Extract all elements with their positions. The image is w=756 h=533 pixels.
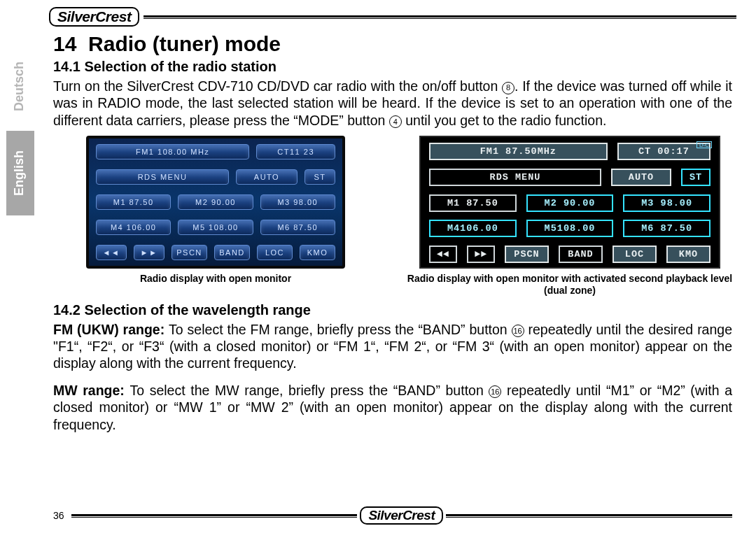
r1-next-icon: ►► (134, 245, 164, 260)
r1-prev-icon: ◄◄ (96, 245, 127, 260)
radio-display-2: D-C FM1 87.50MHz CT 00:17 RDS MENU AUTO … (419, 136, 720, 269)
figures-row: FM1 108.00 MHz CT11 23 RDS MENU AUTO ST … (49, 136, 736, 297)
r2-auto: AUTO (611, 169, 671, 186)
r2-m1: M1 87.50 (429, 194, 517, 212)
ref-button-4-icon: 4 (389, 115, 402, 128)
r1-m3: M3 98.00 (260, 194, 335, 210)
r1-m1: M1 87.50 (96, 194, 171, 210)
r2-prev-icon: ◄◄ (429, 246, 457, 263)
brand-logo: SilverCrest (49, 7, 139, 27)
r1-pscn: PSCN (172, 245, 207, 260)
r1-freq: FM1 108.00 MHz (96, 144, 249, 159)
lang-tab-english[interactable]: English (6, 131, 34, 215)
r2-st: ST (681, 169, 710, 186)
paragraph-fm-range: FM (UKW) range: To select the FM range, … (53, 321, 732, 372)
page-footer: 36 SilverCrest (53, 506, 732, 525)
lang-tab-deutsch[interactable]: Deutsch (6, 42, 34, 131)
r1-loc: LOC (257, 245, 293, 260)
r2-m4: M4106.00 (429, 220, 517, 237)
footer-brand-logo: SilverCrest (360, 506, 443, 525)
r1-kmo: KMO (300, 245, 335, 260)
section-heading: 14 Radio (tuner) mode (53, 32, 736, 56)
page-number: 36 (53, 510, 64, 521)
r2-m6: M6 87.50 (623, 220, 710, 237)
r1-m4: M4 106.00 (96, 220, 171, 235)
caption-2: Radio display with open monitor with act… (403, 273, 736, 297)
r1-ct: CT11 23 (256, 144, 335, 159)
ref-button-16-icon: 16 (512, 325, 524, 337)
r2-loc: LOC (612, 246, 657, 263)
paragraph-mw-range: MW range: To select the MW range, briefl… (53, 382, 732, 433)
r1-m6: M6 87.50 (260, 220, 335, 235)
r2-m2: M2 90.00 (526, 194, 614, 212)
r2-next-icon: ►► (467, 246, 495, 263)
header-rule: SilverCrest (49, 7, 736, 27)
radio-display-1: FM1 108.00 MHz CT11 23 RDS MENU AUTO ST … (86, 136, 345, 269)
r2-band: BAND (559, 246, 603, 263)
r1-auto: AUTO (236, 169, 298, 185)
dual-zone-indicator-icon: D-C (696, 141, 712, 148)
r2-freq: FM1 87.50MHz (429, 143, 608, 160)
r1-rds: RDS MENU (96, 169, 229, 185)
caption-1: Radio display with open monitor (49, 273, 382, 285)
r1-m2: M2 90.00 (178, 194, 253, 210)
r2-m3: M3 98.00 (623, 194, 710, 212)
r1-st: ST (304, 169, 335, 185)
r2-m5: M5108.00 (526, 220, 614, 237)
r2-kmo: KMO (666, 246, 710, 263)
paragraph-14-1: Turn on the SilverCrest CDV-710 CD/DVD c… (53, 78, 732, 129)
ref-button-8-icon: 8 (502, 82, 514, 94)
r2-pscn: PSCN (505, 246, 549, 263)
r2-rds: RDS MENU (429, 169, 601, 186)
subsection-14-1: 14.1 Selection of the radio station (53, 59, 736, 75)
r1-m5: M5 108.00 (178, 220, 253, 235)
ref-button-16b-icon: 16 (489, 385, 501, 398)
page-content: SilverCrest 14 Radio (tuner) mode 14.1 S… (49, 7, 736, 525)
subsection-14-2: 14.2 Selection of the wavelength range (53, 302, 736, 318)
r1-band: BAND (214, 245, 250, 260)
language-sidebar: Deutsch English (0, 0, 41, 533)
